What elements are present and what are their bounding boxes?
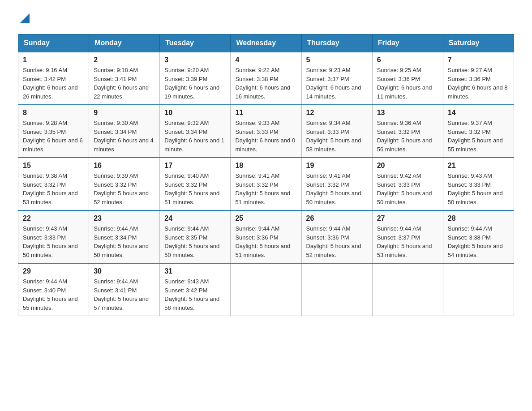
day-info: Sunrise: 9:30 AM Sunset: 3:34 PM Dayligh…	[94, 119, 155, 154]
calendar-cell: 20 Sunrise: 9:42 AM Sunset: 3:33 PM Dayl…	[372, 158, 443, 210]
weekday-header-saturday: Saturday	[443, 34, 514, 52]
day-number: 8	[23, 109, 84, 117]
calendar-cell	[372, 263, 443, 316]
week-row-4: 22 Sunrise: 9:43 AM Sunset: 3:33 PM Dayl…	[18, 210, 514, 263]
logo	[18, 13, 30, 25]
calendar-cell: 31 Sunrise: 9:43 AM Sunset: 3:42 PM Dayl…	[160, 263, 231, 316]
day-number: 13	[377, 109, 438, 117]
day-number: 17	[164, 162, 226, 170]
day-info: Sunrise: 9:34 AM Sunset: 3:33 PM Dayligh…	[306, 119, 368, 154]
calendar-cell: 21 Sunrise: 9:43 AM Sunset: 3:33 PM Dayl…	[443, 158, 514, 210]
calendar-cell: 2 Sunrise: 9:18 AM Sunset: 3:41 PM Dayli…	[89, 52, 160, 105]
day-info: Sunrise: 9:32 AM Sunset: 3:34 PM Dayligh…	[164, 119, 226, 154]
weekday-header-tuesday: Tuesday	[160, 34, 231, 52]
calendar-cell: 27 Sunrise: 9:44 AM Sunset: 3:37 PM Dayl…	[372, 210, 443, 263]
calendar-cell: 29 Sunrise: 9:44 AM Sunset: 3:40 PM Dayl…	[18, 263, 89, 316]
logo-icon	[20, 13, 30, 23]
calendar-table: SundayMondayTuesdayWednesdayThursdayFrid…	[18, 34, 514, 316]
calendar-cell: 19 Sunrise: 9:41 AM Sunset: 3:32 PM Dayl…	[301, 158, 372, 210]
day-info: Sunrise: 9:33 AM Sunset: 3:33 PM Dayligh…	[235, 119, 296, 154]
week-row-3: 15 Sunrise: 9:38 AM Sunset: 3:32 PM Dayl…	[18, 158, 514, 210]
day-info: Sunrise: 9:22 AM Sunset: 3:38 PM Dayligh…	[235, 66, 296, 101]
day-info: Sunrise: 9:44 AM Sunset: 3:34 PM Dayligh…	[94, 224, 155, 259]
week-row-2: 8 Sunrise: 9:28 AM Sunset: 3:35 PM Dayli…	[18, 105, 514, 158]
calendar-cell: 15 Sunrise: 9:38 AM Sunset: 3:32 PM Dayl…	[18, 158, 89, 210]
day-number: 2	[94, 56, 155, 64]
calendar-cell: 13 Sunrise: 9:36 AM Sunset: 3:32 PM Dayl…	[372, 105, 443, 158]
calendar-cell: 8 Sunrise: 9:28 AM Sunset: 3:35 PM Dayli…	[18, 105, 89, 158]
calendar-cell: 9 Sunrise: 9:30 AM Sunset: 3:34 PM Dayli…	[89, 105, 160, 158]
weekday-header-wednesday: Wednesday	[231, 34, 301, 52]
day-info: Sunrise: 9:42 AM Sunset: 3:33 PM Dayligh…	[377, 171, 438, 206]
calendar-cell: 23 Sunrise: 9:44 AM Sunset: 3:34 PM Dayl…	[89, 210, 160, 263]
day-number: 19	[306, 162, 368, 170]
day-info: Sunrise: 9:38 AM Sunset: 3:32 PM Dayligh…	[23, 171, 84, 206]
day-number: 23	[94, 214, 155, 223]
calendar-cell: 25 Sunrise: 9:44 AM Sunset: 3:36 PM Dayl…	[231, 210, 301, 263]
day-info: Sunrise: 9:28 AM Sunset: 3:35 PM Dayligh…	[23, 119, 84, 154]
day-number: 11	[235, 109, 296, 117]
calendar-cell: 6 Sunrise: 9:25 AM Sunset: 3:36 PM Dayli…	[372, 52, 443, 105]
day-number: 9	[94, 109, 155, 117]
day-info: Sunrise: 9:44 AM Sunset: 3:36 PM Dayligh…	[235, 224, 296, 259]
day-number: 20	[377, 162, 438, 170]
calendar-cell: 10 Sunrise: 9:32 AM Sunset: 3:34 PM Dayl…	[160, 105, 231, 158]
day-info: Sunrise: 9:43 AM Sunset: 3:33 PM Dayligh…	[23, 224, 84, 259]
day-info: Sunrise: 9:43 AM Sunset: 3:33 PM Dayligh…	[448, 171, 509, 206]
day-number: 1	[23, 56, 84, 64]
day-number: 26	[306, 214, 368, 223]
calendar-cell: 16 Sunrise: 9:39 AM Sunset: 3:32 PM Dayl…	[89, 158, 160, 210]
day-number: 29	[23, 267, 84, 275]
day-number: 5	[306, 56, 368, 64]
day-info: Sunrise: 9:43 AM Sunset: 3:42 PM Dayligh…	[164, 277, 226, 312]
calendar-cell: 30 Sunrise: 9:44 AM Sunset: 3:41 PM Dayl…	[89, 263, 160, 316]
day-number: 16	[94, 162, 155, 170]
day-info: Sunrise: 9:20 AM Sunset: 3:39 PM Dayligh…	[164, 66, 226, 101]
calendar-cell	[231, 263, 301, 316]
day-number: 18	[235, 162, 296, 170]
day-number: 25	[235, 214, 296, 223]
day-info: Sunrise: 9:44 AM Sunset: 3:38 PM Dayligh…	[448, 224, 509, 259]
calendar-cell	[443, 263, 514, 316]
calendar-cell: 1 Sunrise: 9:16 AM Sunset: 3:42 PM Dayli…	[18, 52, 89, 105]
day-number: 30	[94, 267, 155, 275]
day-number: 27	[377, 214, 438, 223]
calendar-cell: 26 Sunrise: 9:44 AM Sunset: 3:36 PM Dayl…	[301, 210, 372, 263]
day-info: Sunrise: 9:23 AM Sunset: 3:37 PM Dayligh…	[306, 66, 368, 101]
day-info: Sunrise: 9:40 AM Sunset: 3:32 PM Dayligh…	[164, 171, 226, 206]
weekday-header-sunday: Sunday	[18, 34, 89, 52]
day-info: Sunrise: 9:18 AM Sunset: 3:41 PM Dayligh…	[94, 66, 155, 101]
day-info: Sunrise: 9:37 AM Sunset: 3:32 PM Dayligh…	[448, 119, 509, 154]
calendar-cell: 11 Sunrise: 9:33 AM Sunset: 3:33 PM Dayl…	[231, 105, 301, 158]
day-info: Sunrise: 9:44 AM Sunset: 3:37 PM Dayligh…	[377, 224, 438, 259]
calendar-cell: 7 Sunrise: 9:27 AM Sunset: 3:36 PM Dayli…	[443, 52, 514, 105]
day-info: Sunrise: 9:41 AM Sunset: 3:32 PM Dayligh…	[235, 171, 296, 206]
day-number: 14	[448, 109, 509, 117]
day-info: Sunrise: 9:44 AM Sunset: 3:35 PM Dayligh…	[164, 224, 226, 259]
calendar-cell: 18 Sunrise: 9:41 AM Sunset: 3:32 PM Dayl…	[231, 158, 301, 210]
week-row-1: 1 Sunrise: 9:16 AM Sunset: 3:42 PM Dayli…	[18, 52, 514, 105]
day-number: 4	[235, 56, 296, 64]
day-info: Sunrise: 9:25 AM Sunset: 3:36 PM Dayligh…	[377, 66, 438, 101]
day-number: 12	[306, 109, 368, 117]
day-number: 15	[23, 162, 84, 170]
day-info: Sunrise: 9:39 AM Sunset: 3:32 PM Dayligh…	[94, 171, 155, 206]
day-number: 31	[164, 267, 226, 275]
calendar-cell: 28 Sunrise: 9:44 AM Sunset: 3:38 PM Dayl…	[443, 210, 514, 263]
calendar-cell: 5 Sunrise: 9:23 AM Sunset: 3:37 PM Dayli…	[301, 52, 372, 105]
day-info: Sunrise: 9:44 AM Sunset: 3:36 PM Dayligh…	[306, 224, 368, 259]
calendar-cell	[301, 263, 372, 316]
day-info: Sunrise: 9:16 AM Sunset: 3:42 PM Dayligh…	[23, 66, 84, 101]
calendar-cell: 24 Sunrise: 9:44 AM Sunset: 3:35 PM Dayl…	[160, 210, 231, 263]
calendar-cell: 3 Sunrise: 9:20 AM Sunset: 3:39 PM Dayli…	[160, 52, 231, 105]
calendar-cell: 4 Sunrise: 9:22 AM Sunset: 3:38 PM Dayli…	[231, 52, 301, 105]
svg-marker-0	[20, 13, 30, 23]
day-number: 10	[164, 109, 226, 117]
day-number: 21	[448, 162, 509, 170]
day-number: 28	[448, 214, 509, 223]
day-info: Sunrise: 9:41 AM Sunset: 3:32 PM Dayligh…	[306, 171, 368, 206]
page-header	[18, 13, 514, 25]
day-info: Sunrise: 9:36 AM Sunset: 3:32 PM Dayligh…	[377, 119, 438, 154]
calendar-cell: 12 Sunrise: 9:34 AM Sunset: 3:33 PM Dayl…	[301, 105, 372, 158]
day-number: 22	[23, 214, 84, 223]
